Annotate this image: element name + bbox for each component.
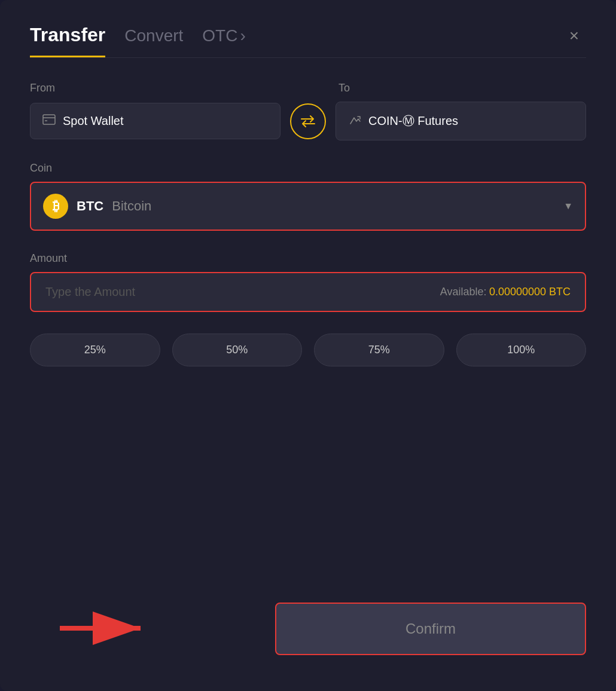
header-divider: [30, 57, 586, 58]
tab-convert[interactable]: Convert: [124, 26, 183, 55]
from-to-labels: From To: [30, 82, 586, 94]
wallet-icon: [42, 114, 56, 128]
tab-transfer[interactable]: Transfer: [30, 24, 105, 57]
amount-label: Amount: [30, 252, 586, 265]
red-arrow-icon: [60, 601, 155, 655]
to-wallet-select[interactable]: COIN-Ⓜ Futures: [336, 102, 586, 140]
chevron-down-icon: ▼: [563, 201, 573, 212]
from-label: From: [30, 82, 277, 94]
from-wallet-label: Spot Wallet: [63, 114, 124, 128]
btc-icon: ₿: [43, 194, 68, 219]
bottom-section: Confirm: [30, 603, 586, 655]
pct-50-button[interactable]: 50%: [172, 334, 303, 366]
to-wallet-label: COIN-Ⓜ Futures: [368, 113, 458, 129]
to-label: To: [333, 82, 586, 94]
tab-otc[interactable]: OTC ›: [202, 26, 245, 55]
swap-button[interactable]: [290, 103, 326, 139]
percentage-buttons: 25% 50% 75% 100%: [30, 334, 586, 366]
amount-placeholder[interactable]: Type the Amount: [45, 285, 135, 299]
coin-select-dropdown[interactable]: ₿ BTC Bitcoin ▼: [30, 182, 586, 231]
available-display: Available: 0.00000000 BTC: [440, 286, 571, 298]
arrow-indicator: [60, 601, 155, 655]
amount-input-wrapper: Type the Amount Available: 0.00000000 BT…: [30, 272, 586, 312]
transfer-modal: Transfer Convert OTC › × From To: [0, 0, 616, 691]
available-value: 0.00000000 BTC: [489, 286, 571, 298]
coin-label: Coin: [30, 162, 586, 175]
svg-rect-0: [43, 115, 55, 124]
coin-name: Bitcoin: [112, 198, 151, 214]
from-to-controls: Spot Wallet COIN-Ⓜ Futures: [30, 102, 586, 140]
coin-section: Coin ₿ BTC Bitcoin ▼: [30, 162, 586, 231]
pct-25-button[interactable]: 25%: [30, 334, 160, 366]
modal-header: Transfer Convert OTC › ×: [30, 24, 586, 57]
futures-icon: [348, 113, 361, 129]
coin-symbol: BTC: [77, 198, 103, 214]
from-to-section: From To Spot Wallet: [30, 82, 586, 140]
close-button[interactable]: ×: [562, 24, 586, 48]
from-wallet-select[interactable]: Spot Wallet: [30, 103, 280, 139]
confirm-button[interactable]: Confirm: [275, 603, 586, 655]
available-label: Available:: [440, 286, 487, 298]
pct-100-button[interactable]: 100%: [456, 334, 587, 366]
pct-75-button[interactable]: 75%: [314, 334, 444, 366]
amount-section: Amount Type the Amount Available: 0.0000…: [30, 252, 586, 312]
